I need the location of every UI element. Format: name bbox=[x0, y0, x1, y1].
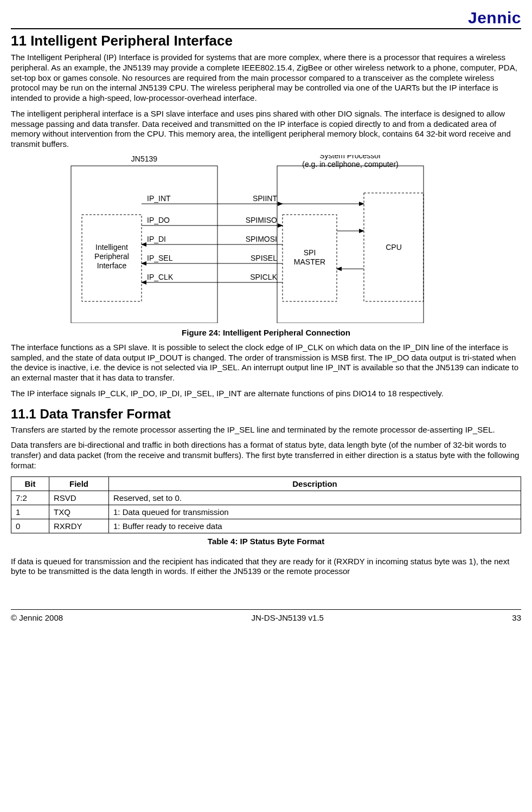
status-byte-table: Bit Field Description 7:2 RSVD Reserved,… bbox=[11, 476, 521, 533]
cell: 7:2 bbox=[11, 491, 49, 505]
para-4: The IP interface signals IP_CLK, IP_DO, … bbox=[11, 389, 521, 399]
cell: 0 bbox=[11, 519, 49, 533]
th-bit: Bit bbox=[11, 476, 49, 491]
para-3: The interface functions as a SPI slave. … bbox=[11, 343, 521, 383]
table-caption: Table 4: IP Status Byte Format bbox=[11, 537, 521, 546]
divider bbox=[11, 28, 521, 29]
label-ipi-2: Peripheral bbox=[94, 252, 129, 261]
sig-right-1: SPIMISO bbox=[245, 216, 277, 224]
sig-right-2: SPIMOSI bbox=[245, 235, 277, 243]
sig-left-3: IP_SEL bbox=[147, 254, 173, 262]
para-5: Transfers are started by the remote proc… bbox=[11, 425, 521, 435]
para-intro-1: The Intelligent Peripheral (IP) Interfac… bbox=[11, 53, 521, 104]
cell: RXRDY bbox=[49, 519, 109, 533]
label-spi-2: MASTER bbox=[293, 257, 325, 266]
figure-caption: Figure 24: Intelligent Peripheral Connec… bbox=[11, 328, 521, 337]
cell: Reserved, set to 0. bbox=[109, 491, 521, 505]
para-7: If data is queued for transmission and t… bbox=[11, 557, 521, 577]
para-6: Data transfers are bi-directional and tr… bbox=[11, 440, 521, 471]
sig-right-4: SPICLK bbox=[250, 273, 277, 281]
label-ipi-1: Intelligent bbox=[95, 243, 128, 252]
sig-left-0: IP_INT bbox=[147, 194, 171, 203]
footer-pagenum: 33 bbox=[512, 613, 521, 622]
footer-docid: JN-DS-JN5139 v1.5 bbox=[252, 613, 324, 622]
figure-diagram: JN5139 System Processor (e.g. in cellpho… bbox=[66, 155, 467, 325]
table-row: 7:2 RSVD Reserved, set to 0. bbox=[11, 491, 521, 505]
cell: 1: Buffer ready to receive data bbox=[109, 519, 521, 533]
heading-chapter: 11 Intelligent Peripheral Interface bbox=[11, 33, 521, 49]
sig-left-4: IP_CLK bbox=[147, 273, 174, 281]
sig-right-0: SPIINT bbox=[252, 194, 277, 203]
brand-logo: Jennic bbox=[11, 9, 521, 27]
cell: 1: Data queued for transmission bbox=[109, 505, 521, 519]
sig-right-3: SPISEL bbox=[250, 254, 277, 262]
label-sysproc-2: (e.g. in cellphone, computer) bbox=[302, 160, 398, 169]
table-row: 0 RXRDY 1: Buffer ready to receive data bbox=[11, 519, 521, 533]
page-footer: © Jennic 2008 JN-DS-JN5139 v1.5 33 bbox=[11, 609, 521, 622]
label-ipi-3: Interface bbox=[97, 261, 126, 270]
para-intro-2: The intelligent peripheral interface is … bbox=[11, 109, 521, 150]
th-field: Field bbox=[49, 476, 109, 491]
label-cpu: CPU bbox=[386, 243, 402, 252]
th-desc: Description bbox=[109, 476, 521, 491]
heading-section: 11.1 Data Transfer Format bbox=[11, 407, 521, 422]
table-row: 1 TXQ 1: Data queued for transmission bbox=[11, 505, 521, 519]
footer-copyright: © Jennic 2008 bbox=[11, 613, 63, 622]
label-jn5139: JN5139 bbox=[131, 155, 157, 163]
sig-left-1: IP_DO bbox=[147, 216, 170, 224]
label-sysproc-1: System Processor bbox=[319, 155, 381, 160]
cell: 1 bbox=[11, 505, 49, 519]
label-spi-1: SPI bbox=[303, 248, 316, 257]
sig-left-2: IP_DI bbox=[147, 235, 166, 243]
cell: TXQ bbox=[49, 505, 109, 519]
cell: RSVD bbox=[49, 491, 109, 505]
